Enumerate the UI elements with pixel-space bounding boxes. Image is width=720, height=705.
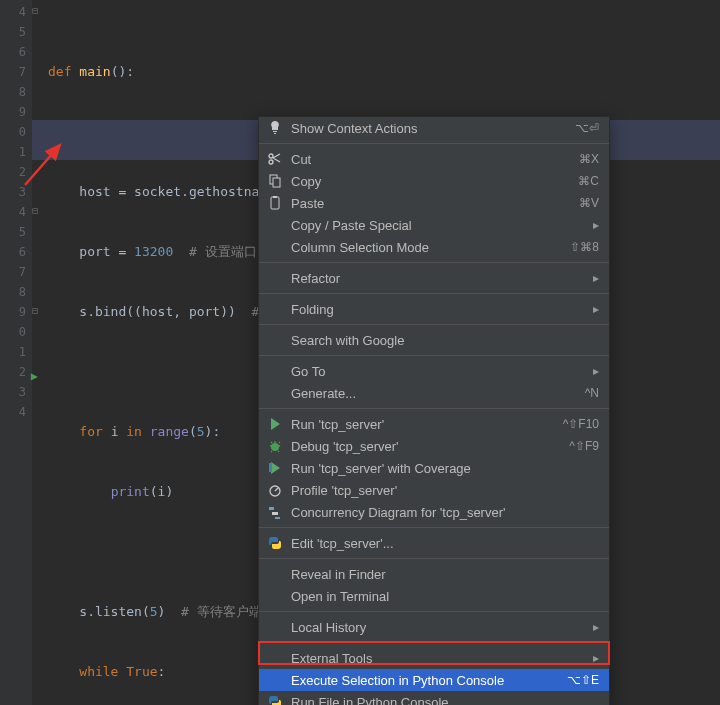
menu-reveal-finder[interactable]: Reveal in Finder [259,563,609,585]
submenu-arrow-icon: ▸ [593,651,599,665]
scissors-icon [267,151,283,167]
menu-refactor[interactable]: Refactor▸ [259,267,609,289]
svg-rect-3 [271,197,279,209]
threads-icon [267,504,283,520]
menu-search-google[interactable]: Search with Google [259,329,609,351]
shield-play-icon [267,460,283,476]
menu-cut[interactable]: Cut⌘X [259,148,609,170]
bug-icon [267,438,283,454]
menu-copy[interactable]: Copy⌘C [259,170,609,192]
menu-open-terminal[interactable]: Open in Terminal [259,585,609,607]
svg-rect-2 [273,178,280,187]
submenu-arrow-icon: ▸ [593,271,599,285]
python-icon [267,694,283,705]
svg-rect-4 [273,196,277,198]
menu-concurrency[interactable]: Concurrency Diagram for 'tcp_server' [259,501,609,523]
menu-external-tools[interactable]: External Tools▸ [259,647,609,669]
bulb-icon [267,120,283,136]
menu-coverage[interactable]: Run 'tcp_server' with Coverage [259,457,609,479]
menu-folding[interactable]: Folding▸ [259,298,609,320]
clipboard-icon [267,195,283,211]
menu-run[interactable]: Run 'tcp_server'^⇧F10 [259,413,609,435]
menu-copy-paste-special[interactable]: Copy / Paste Special▸ [259,214,609,236]
menu-execute-in-console[interactable]: Execute Selection in Python Console⌥⇧E [259,669,609,691]
submenu-arrow-icon: ▸ [593,218,599,232]
menu-edit-config[interactable]: Edit 'tcp_server'... [259,532,609,554]
submenu-arrow-icon: ▸ [593,302,599,316]
copy-icon [267,173,283,189]
svg-rect-9 [275,517,280,519]
meter-icon [267,482,283,498]
menu-column-selection[interactable]: Column Selection Mode⇧⌘8 [259,236,609,258]
svg-point-5 [271,443,279,451]
menu-local-history[interactable]: Local History▸ [259,616,609,638]
play-icon [267,416,283,432]
context-menu: Show Context Actions ⌥⏎ Cut⌘X Copy⌘C Pas… [258,116,610,705]
menu-run-file-console[interactable]: Run File in Python Console [259,691,609,705]
menu-generate[interactable]: Generate...^N [259,382,609,404]
menu-goto[interactable]: Go To▸ [259,360,609,382]
menu-profile[interactable]: Profile 'tcp_server' [259,479,609,501]
submenu-arrow-icon: ▸ [593,364,599,378]
menu-debug[interactable]: Debug 'tcp_server'^⇧F9 [259,435,609,457]
python-icon [267,535,283,551]
menu-paste[interactable]: Paste⌘V [259,192,609,214]
svg-rect-7 [269,507,274,510]
menu-show-context-actions[interactable]: Show Context Actions ⌥⏎ [259,117,609,139]
line-gutter: 4⊟ 5 6 7 8 9 0 1 2 3 4⊟ 5 6 7 8 9⊟ 0 1 2… [0,0,32,705]
svg-rect-8 [272,512,278,515]
submenu-arrow-icon: ▸ [593,620,599,634]
